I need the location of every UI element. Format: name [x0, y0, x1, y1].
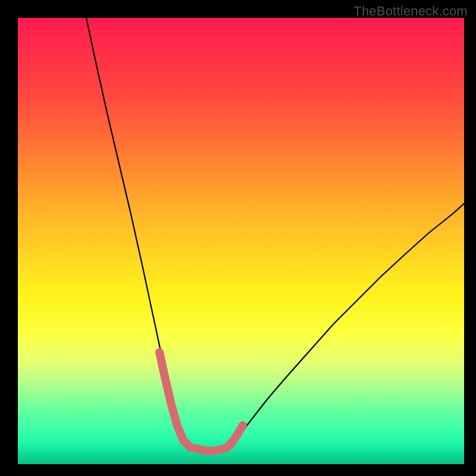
- chart-plot-area: [18, 18, 464, 464]
- curve-layer: [18, 18, 464, 464]
- bottleneck-curve-black: [86, 18, 464, 451]
- watermark-text: TheBottleneck.com: [353, 4, 468, 19]
- bottleneck-curve-salmon-overlay: [159, 352, 243, 451]
